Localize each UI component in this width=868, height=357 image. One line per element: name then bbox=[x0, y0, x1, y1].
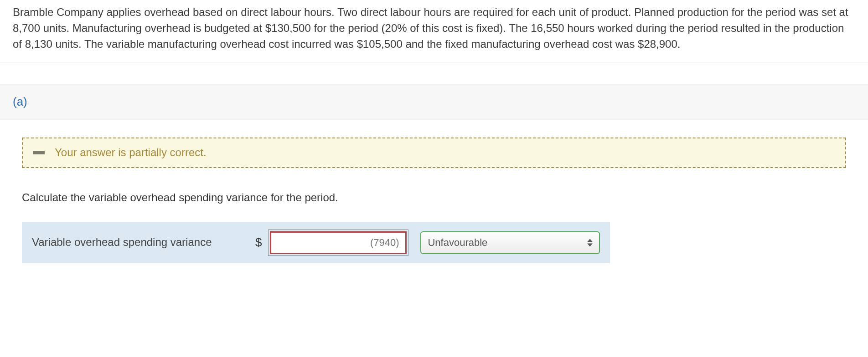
chevron-down-icon bbox=[587, 243, 593, 246]
select-arrows-icon bbox=[587, 239, 593, 246]
select-value: Unfavourable bbox=[428, 235, 487, 250]
variance-amount-input[interactable] bbox=[270, 231, 407, 254]
problem-text: Bramble Company applies overhead based o… bbox=[13, 6, 848, 50]
feedback-box: Your answer is partially correct. bbox=[22, 138, 846, 168]
content-area: Your answer is partially correct. Calcul… bbox=[0, 120, 868, 268]
problem-statement: Bramble Company applies overhead based o… bbox=[0, 0, 868, 62]
variance-direction-select[interactable]: Unfavourable bbox=[420, 231, 600, 254]
part-label: (a) bbox=[13, 95, 27, 108]
chevron-up-icon bbox=[587, 239, 593, 242]
feedback-message: Your answer is partially correct. bbox=[55, 145, 207, 161]
minus-icon bbox=[33, 151, 45, 154]
part-header: (a) bbox=[0, 84, 868, 120]
instruction-text: Calculate the variable overhead spending… bbox=[22, 190, 846, 206]
answer-row: Variable overhead spending variance $ Un… bbox=[22, 222, 610, 263]
currency-symbol: $ bbox=[255, 234, 262, 251]
divider bbox=[0, 62, 868, 84]
answer-label: Variable overhead spending variance bbox=[32, 235, 242, 250]
